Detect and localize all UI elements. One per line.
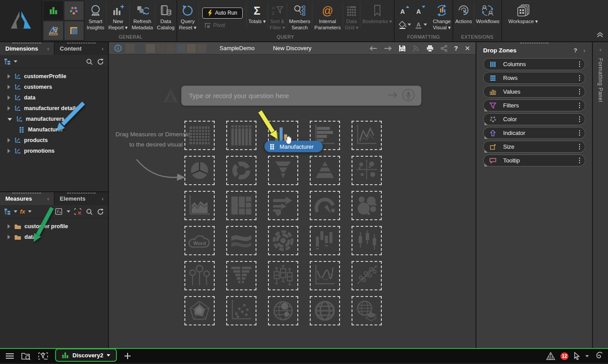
visual-tile-sunburst[interactable] <box>268 226 298 255</box>
visual-tile-funnel[interactable] <box>268 156 298 185</box>
collapse-chevron-icon[interactable]: ‹ <box>102 45 104 52</box>
visual-tile-quadrant[interactable] <box>352 156 382 185</box>
dropdown-caret-icon[interactable] <box>14 210 17 213</box>
visual-tile-lollipop[interactable] <box>184 261 215 290</box>
visual-tile-candlestick[interactable] <box>352 226 382 255</box>
visual-tile-bubble-map[interactable] <box>268 296 298 325</box>
visual-tile-word-cloud[interactable]: Word <box>184 226 215 255</box>
collapse-arrow-icon[interactable] <box>8 118 12 121</box>
expand-arrow-icon[interactable] <box>8 149 10 153</box>
expand-arrow-icon[interactable] <box>8 85 10 89</box>
clear-selection-icon[interactable] <box>74 208 82 215</box>
tab-content[interactable]: Content‹ <box>55 42 108 55</box>
visual-tile-scatter[interactable] <box>226 296 256 325</box>
help-icon[interactable]: ? <box>574 47 577 54</box>
pointer-tool-icon[interactable] <box>573 352 580 360</box>
collapse-chevron-icon[interactable]: ‹ <box>102 195 104 202</box>
refresh-icon[interactable] <box>97 208 104 215</box>
panel-grip[interactable] <box>12 193 41 194</box>
share-icon[interactable] <box>440 45 448 52</box>
visual-tile-columns-solid[interactable] <box>226 121 256 150</box>
expand-arrow-icon[interactable] <box>8 95 10 100</box>
internal-parameters-button[interactable]: @ Internal Parameters <box>312 2 342 34</box>
microphone-icon[interactable] <box>402 88 415 103</box>
pivot-button[interactable]: Pivot <box>202 22 243 29</box>
visual-tile-globe-map[interactable] <box>310 296 340 325</box>
visual-tile-treemap[interactable] <box>226 191 256 220</box>
visual-tile-bubble-cluster[interactable] <box>352 191 382 220</box>
app-logo[interactable] <box>0 0 42 41</box>
info-icon[interactable] <box>114 44 122 52</box>
expand-arrow-icon[interactable] <box>8 138 10 142</box>
actions-button[interactable]: Actions <box>453 2 474 34</box>
tree-item-promotions[interactable]: promotions <box>0 146 108 156</box>
tree-view-icon[interactable] <box>4 208 11 215</box>
members-search-button[interactable]: Members Search <box>287 2 312 34</box>
tab-discovery2[interactable]: Discovery2 <box>55 348 117 362</box>
kebab-menu-icon[interactable] <box>579 158 580 163</box>
new-report-button[interactable]: New Report ▾ <box>107 2 129 34</box>
visual-tile-layered-map[interactable] <box>352 296 382 325</box>
tree-item-manufacturer-details[interactable]: manufacturer details <box>0 103 108 114</box>
query-reset-button[interactable]: Query Reset ▾ <box>177 2 198 34</box>
content-explorer-icon[interactable] <box>21 352 31 360</box>
smart-insights-button[interactable]: Smart Insights <box>85 2 106 34</box>
workspace-button[interactable]: Workspace ▾ <box>502 2 544 34</box>
notification-badge[interactable]: 12 <box>560 352 568 360</box>
kebab-menu-icon[interactable] <box>579 144 580 150</box>
tree-view-icon[interactable] <box>4 58 11 65</box>
visual-tile-boxplot[interactable] <box>268 261 298 290</box>
visual-tile-donut[interactable] <box>226 156 256 185</box>
visual-tile-radar[interactable] <box>184 296 215 325</box>
collapse-ribbon-button[interactable] <box>596 32 604 40</box>
expand-arrow-icon[interactable] <box>8 224 10 229</box>
live-feed-icon[interactable] <box>412 45 420 52</box>
drop-zone-rows[interactable]: Rows <box>483 72 585 84</box>
drop-zone-filters[interactable]: Filters <box>483 99 585 111</box>
print-icon[interactable] <box>426 45 434 52</box>
dropdown-caret-icon[interactable] <box>14 60 17 63</box>
new-tab-button[interactable] <box>124 352 131 360</box>
visual-tile-stream[interactable] <box>226 226 256 255</box>
totals-button[interactable]: Σ Totals ▾ <box>247 2 268 34</box>
tab-elements[interactable]: Elements‹ <box>55 192 108 205</box>
drop-zone-indicator[interactable]: Indicator <box>483 127 585 139</box>
data-catalog-button[interactable]: Data Catalog <box>155 2 176 34</box>
help-icon[interactable]: ? <box>454 45 458 52</box>
mode-tab-formulate[interactable] <box>44 21 63 40</box>
data-grid-button[interactable]: Data Grid ▾ <box>343 2 360 34</box>
tree-item-customer-profile[interactable]: customer profile <box>0 221 108 232</box>
save-icon[interactable] <box>399 45 406 52</box>
visual-tile-pyramid[interactable] <box>310 156 340 185</box>
visual-tile-gauge[interactable] <box>310 191 340 220</box>
panel-grip[interactable] <box>67 43 96 44</box>
menu-icon[interactable] <box>5 353 14 359</box>
formula-icon[interactable]: fx <box>20 208 25 215</box>
expand-arrow-icon[interactable] <box>8 235 10 239</box>
spiral-icon[interactable] <box>594 352 603 360</box>
pyramid-status-icon[interactable] <box>546 352 556 360</box>
close-icon[interactable]: ✕ <box>464 44 470 52</box>
expand-chevron-icon[interactable]: ‹ <box>600 46 601 53</box>
visual-tile-grid[interactable] <box>184 121 215 150</box>
drop-zone-size[interactable]: Size <box>483 141 585 153</box>
mode-tab-discover[interactable] <box>44 1 63 20</box>
tree-item-data[interactable]: data <box>0 232 108 242</box>
drop-zone-color[interactable]: Color <box>483 113 585 125</box>
shrink-font-button[interactable]: A <box>414 6 428 17</box>
collapse-chevron-icon[interactable]: ‹ <box>47 45 49 52</box>
kebab-menu-icon[interactable] <box>579 61 580 67</box>
visual-tile-pie[interactable] <box>184 156 215 185</box>
panel-grip[interactable] <box>520 43 548 44</box>
visual-tile-line-chart[interactable] <box>352 121 382 150</box>
change-visual-button[interactable]: Change Visual ▾ <box>431 2 452 34</box>
format-box-icon[interactable]: F <box>55 208 63 215</box>
mode-tab-illustrate[interactable] <box>64 1 84 20</box>
dropdown-caret-icon[interactable] <box>28 210 32 213</box>
tree-item-customerprofile[interactable]: customerProfile <box>0 71 108 82</box>
collapse-chevron-icon[interactable]: ‹ <box>47 195 49 202</box>
dropdown-caret-icon[interactable] <box>585 355 589 357</box>
collapse-chevron-icon[interactable]: › <box>584 47 585 54</box>
auto-run-button[interactable]: Auto Run <box>202 8 243 19</box>
question-input[interactable]: Type or record your question here <box>181 86 421 106</box>
